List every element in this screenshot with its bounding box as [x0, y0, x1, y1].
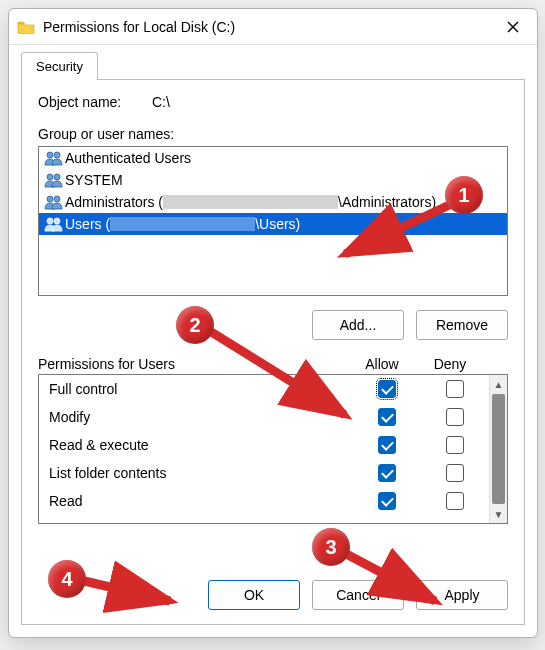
permissions-for-label: Permissions for Users [38, 356, 348, 372]
titlebar: Permissions for Local Disk (C:) [9, 9, 537, 45]
permission-row: Modify [39, 403, 489, 431]
allow-checkbox[interactable] [378, 464, 396, 482]
scroll-up-icon[interactable]: ▲ [490, 375, 507, 393]
redacted-text [163, 195, 338, 209]
svg-point-5 [54, 196, 60, 202]
principal-icon [43, 194, 65, 210]
object-name-value: C:\ [152, 94, 170, 110]
user-name: Administrators ( [65, 194, 163, 210]
user-suffix: \Administrators) [338, 194, 436, 210]
permission-name: Read & execute [39, 437, 353, 453]
permission-name: Full control [39, 381, 353, 397]
tab-body: Object name: C:\ Group or user names: Au… [21, 79, 525, 625]
svg-point-3 [54, 174, 60, 180]
deny-checkbox[interactable] [446, 492, 464, 510]
ok-button[interactable]: OK [208, 580, 300, 610]
apply-button[interactable]: Apply [416, 580, 508, 610]
user-suffix: \Users) [255, 216, 300, 232]
tab-strip: Security [9, 51, 537, 79]
svg-point-0 [47, 152, 53, 158]
scroll-thumb[interactable] [492, 394, 505, 504]
scroll-down-icon[interactable]: ▼ [490, 505, 507, 523]
remove-button[interactable]: Remove [416, 310, 508, 340]
user-row[interactable]: SYSTEM [39, 169, 507, 191]
object-name-row: Object name: C:\ [38, 94, 508, 110]
permissions-scrollbar[interactable]: ▲ ▼ [489, 375, 507, 523]
permission-row: Full control [39, 375, 489, 403]
allow-column-label: Allow [348, 356, 416, 372]
permission-row: Read & execute [39, 431, 489, 459]
group-names-label: Group or user names: [38, 126, 508, 142]
deny-checkbox[interactable] [446, 436, 464, 454]
user-row[interactable]: Users (\Users) [39, 213, 507, 235]
deny-checkbox[interactable] [446, 380, 464, 398]
dialog-title: Permissions for Local Disk (C:) [43, 19, 497, 35]
permissions-dialog: Permissions for Local Disk (C:) Security… [8, 8, 538, 638]
permission-name: List folder contents [39, 465, 353, 481]
svg-point-4 [47, 196, 53, 202]
allow-checkbox[interactable] [378, 408, 396, 426]
permissions-list: Full controlModifyRead & executeList fol… [38, 374, 508, 524]
permission-row: List folder contents [39, 459, 489, 487]
object-name-label: Object name: [38, 94, 148, 110]
cancel-button[interactable]: Cancel [312, 580, 404, 610]
user-name: Users ( [65, 216, 110, 232]
deny-column-label: Deny [416, 356, 484, 372]
user-buttons-row: Add... Remove [38, 310, 508, 340]
add-button[interactable]: Add... [312, 310, 404, 340]
dialog-buttons-row: OK Cancel Apply [38, 566, 508, 610]
close-icon[interactable] [497, 11, 529, 43]
user-name: SYSTEM [65, 172, 123, 188]
permission-name: Read [39, 493, 353, 509]
svg-point-6 [47, 218, 53, 224]
allow-checkbox[interactable] [378, 492, 396, 510]
svg-point-1 [54, 152, 60, 158]
svg-point-7 [54, 218, 60, 224]
deny-checkbox[interactable] [446, 464, 464, 482]
folder-icon [17, 20, 35, 34]
allow-checkbox[interactable] [378, 436, 396, 454]
redacted-text [110, 217, 255, 231]
principal-icon [43, 150, 65, 166]
permission-row: Read [39, 487, 489, 515]
tab-security[interactable]: Security [21, 52, 98, 80]
group-user-list[interactable]: Authenticated UsersSYSTEMAdministrators … [38, 146, 508, 296]
principal-icon [43, 216, 65, 232]
permissions-header: Permissions for Users Allow Deny [38, 356, 508, 372]
principal-icon [43, 172, 65, 188]
permission-name: Modify [39, 409, 353, 425]
user-name: Authenticated Users [65, 150, 191, 166]
user-row[interactable]: Authenticated Users [39, 147, 507, 169]
user-row[interactable]: Administrators (\Administrators) [39, 191, 507, 213]
deny-checkbox[interactable] [446, 408, 464, 426]
allow-checkbox[interactable] [378, 380, 396, 398]
svg-point-2 [47, 174, 53, 180]
